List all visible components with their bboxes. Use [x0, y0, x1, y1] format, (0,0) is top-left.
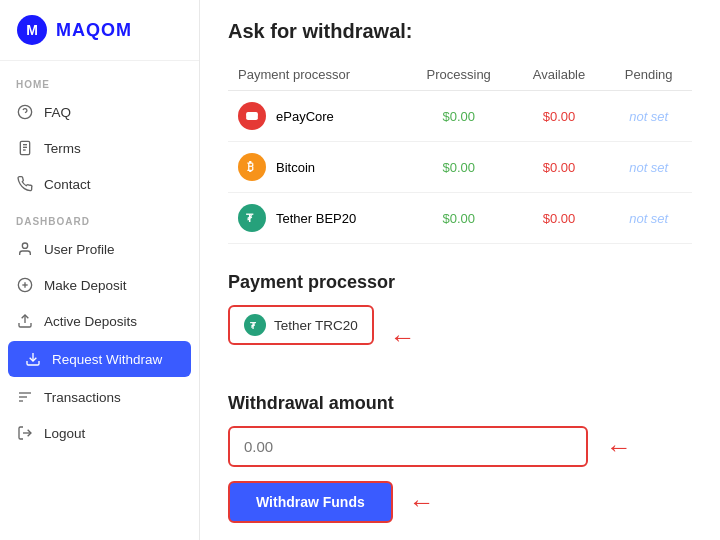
withdraw-funds-button[interactable]: Withdraw Funds: [228, 481, 393, 523]
col-processor: Payment processor: [228, 59, 405, 91]
sidebar-item-faq[interactable]: FAQ: [0, 94, 199, 130]
download-icon: [24, 350, 42, 368]
amount-section-title: Withdrawal amount: [228, 393, 692, 414]
sidebar-item-request-withdraw-label: Request Withdraw: [52, 352, 162, 367]
sidebar-item-transactions-label: Transactions: [44, 390, 121, 405]
tetherbep20-icon: ₮: [238, 204, 266, 232]
table-row: ₿ Bitcoin $0.00 $0.00 not set: [228, 142, 692, 193]
selected-processor-name: Tether TRC20: [274, 318, 358, 333]
sidebar-item-contact[interactable]: Contact: [0, 166, 199, 202]
tetherbep20-available: $0.00: [543, 211, 576, 226]
withdrawal-amount-input[interactable]: [228, 426, 588, 467]
bitcoin-cell: ₿ Bitcoin: [238, 153, 395, 181]
epaycore-processing: $0.00: [442, 109, 475, 124]
bitcoin-icon: ₿: [238, 153, 266, 181]
table-row: ePayCore $0.00 $0.00 not set: [228, 91, 692, 142]
col-pending: Pending: [605, 59, 692, 91]
sidebar-item-contact-label: Contact: [44, 177, 91, 192]
user-icon: [16, 240, 34, 258]
sidebar-item-make-deposit-label: Make Deposit: [44, 278, 127, 293]
sort-icon: [16, 388, 34, 406]
logo: M MAQOM: [0, 0, 199, 61]
sidebar-item-make-deposit[interactable]: Make Deposit: [0, 267, 199, 303]
sidebar-item-logout[interactable]: Logout: [0, 415, 199, 451]
col-processing: Processing: [405, 59, 513, 91]
bitcoin-processing: $0.00: [442, 160, 475, 175]
col-available: Available: [513, 59, 606, 91]
bitcoin-pending: not set: [629, 160, 668, 175]
sidebar-item-active-deposits-label: Active Deposits: [44, 314, 137, 329]
tetherbep20-name: Tether BEP20: [276, 211, 356, 226]
withdrawal-table: Payment processor Processing Available P…: [228, 59, 692, 244]
phone-icon: [16, 175, 34, 193]
svg-text:₿: ₿: [247, 160, 254, 174]
epaycore-pending: not set: [629, 109, 668, 124]
amount-arrow: ←: [606, 434, 632, 460]
svg-text:₮: ₮: [250, 320, 257, 330]
sidebar-section-dashboard-label: DASHBOARD: [0, 202, 199, 231]
sidebar-item-request-withdraw[interactable]: Request Withdraw: [8, 341, 191, 377]
svg-point-8: [22, 243, 27, 248]
sidebar-section-home-label: HOME: [0, 65, 199, 94]
tetherbep20-cell: ₮ Tether BEP20: [238, 204, 395, 232]
document-icon: [16, 139, 34, 157]
tetherbep20-pending: not set: [629, 211, 668, 226]
sidebar: M MAQOM HOME FAQ Terms Contact DASHBOARD: [0, 0, 200, 540]
logo-text: MAQOM: [56, 20, 132, 41]
sidebar-item-terms-label: Terms: [44, 141, 81, 156]
plus-circle-icon: [16, 276, 34, 294]
epaycore-name: ePayCore: [276, 109, 334, 124]
withdrawal-title: Ask for withdrawal:: [228, 20, 692, 43]
processor-arrow: ←: [390, 324, 416, 350]
upload-icon: [16, 312, 34, 330]
sidebar-item-user-profile[interactable]: User Profile: [0, 231, 199, 267]
bitcoin-name: Bitcoin: [276, 160, 315, 175]
sidebar-nav: HOME FAQ Terms Contact DASHBOARD User Pr…: [0, 61, 199, 540]
tetherbep20-processing: $0.00: [442, 211, 475, 226]
svg-rect-18: [246, 112, 258, 120]
processor-select[interactable]: ₮ Tether TRC20: [228, 305, 374, 345]
sidebar-item-user-profile-label: User Profile: [44, 242, 115, 257]
question-circle-icon: [16, 103, 34, 121]
table-row: ₮ Tether BEP20 $0.00 $0.00 not set: [228, 193, 692, 244]
sidebar-item-active-deposits[interactable]: Active Deposits: [0, 303, 199, 339]
svg-text:₮: ₮: [246, 212, 254, 224]
sidebar-item-logout-label: Logout: [44, 426, 85, 441]
processor-section-title: Payment processor: [228, 272, 692, 293]
svg-text:M: M: [26, 22, 38, 38]
main-content: Ask for withdrawal: Payment processor Pr…: [200, 0, 720, 540]
button-arrow: ←: [409, 489, 435, 515]
epaycore-icon: [238, 102, 266, 130]
sidebar-item-faq-label: FAQ: [44, 105, 71, 120]
sidebar-item-terms[interactable]: Terms: [0, 130, 199, 166]
tether-trc20-icon: ₮: [244, 314, 266, 336]
bitcoin-available: $0.00: [543, 160, 576, 175]
sidebar-item-transactions[interactable]: Transactions: [0, 379, 199, 415]
epaycore-cell: ePayCore: [238, 102, 395, 130]
logo-icon: M: [16, 14, 48, 46]
epaycore-available: $0.00: [543, 109, 576, 124]
logout-icon: [16, 424, 34, 442]
amount-input-row: ←: [228, 426, 692, 467]
